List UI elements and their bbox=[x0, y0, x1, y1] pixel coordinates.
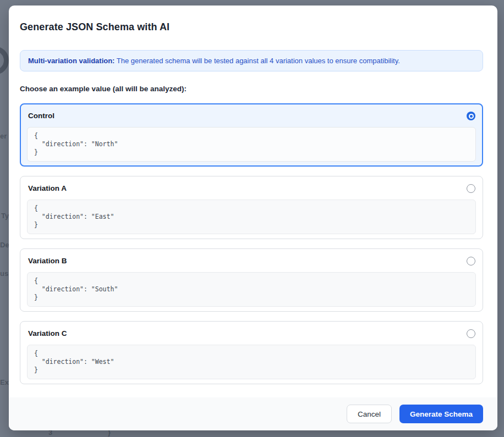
banner-strong-text: Multi-variation validation: bbox=[28, 57, 114, 65]
option-card-header: Control bbox=[21, 104, 482, 121]
backdrop-circle-fragment bbox=[0, 46, 9, 75]
dialog-body: Generate JSON Schema with AI Multi-varia… bbox=[9, 5, 497, 384]
backdrop-text-fragment: De bbox=[0, 241, 9, 249]
multi-variation-info-banner: Multi-variation validation: The generate… bbox=[20, 50, 483, 71]
backdrop-text-fragment: Ex bbox=[0, 378, 9, 386]
option-label: Control bbox=[28, 110, 54, 121]
generate-schema-button[interactable]: Generate Schema bbox=[399, 405, 483, 423]
option-json-preview: { "direction": "East" } bbox=[27, 200, 476, 234]
option-card-variation-a[interactable]: Variation A { "direction": "East" } bbox=[20, 176, 483, 239]
dialog-footer: Cancel Generate Schema bbox=[9, 397, 497, 430]
banner-text: The generated schema will be tested agai… bbox=[114, 57, 399, 65]
radio-button-variation-b[interactable] bbox=[467, 257, 475, 265]
backdrop-text-fragment: us bbox=[0, 269, 8, 278]
option-json-preview: { "direction": "North" } bbox=[27, 127, 476, 162]
option-card-control[interactable]: Control { "direction": "North" } bbox=[20, 103, 483, 167]
option-label: Variation A bbox=[28, 183, 67, 194]
generate-schema-dialog: Generate JSON Schema with AI Multi-varia… bbox=[9, 5, 497, 430]
choose-example-label: Choose an example value (all will be ana… bbox=[20, 84, 483, 94]
radio-button-variation-a[interactable] bbox=[467, 184, 475, 193]
option-card-header: Variation B bbox=[20, 249, 483, 267]
radio-button-variation-c[interactable] bbox=[467, 329, 475, 338]
option-card-variation-b[interactable]: Variation B { "direction": "South" } bbox=[20, 248, 483, 312]
option-label: Variation B bbox=[28, 256, 67, 267]
option-json-preview: { "direction": "South" } bbox=[27, 272, 476, 307]
option-json-preview: { "direction": "West" } bbox=[27, 345, 476, 379]
cancel-button[interactable]: Cancel bbox=[347, 405, 392, 423]
dialog-title-text: Generate JSON Schema with AI bbox=[20, 21, 169, 32]
radio-button-control[interactable] bbox=[467, 112, 475, 120]
dialog-title: Generate JSON Schema with AI bbox=[20, 20, 483, 34]
backdrop-text-fragment: er bbox=[0, 132, 7, 140]
option-label: Variation C bbox=[28, 328, 67, 339]
option-card-header: Variation C bbox=[20, 322, 483, 339]
option-card-variation-c[interactable]: Variation C { "direction": "West" } bbox=[20, 321, 483, 384]
backdrop-text-fragment: Ty bbox=[1, 212, 9, 220]
option-card-header: Variation A bbox=[20, 176, 483, 194]
